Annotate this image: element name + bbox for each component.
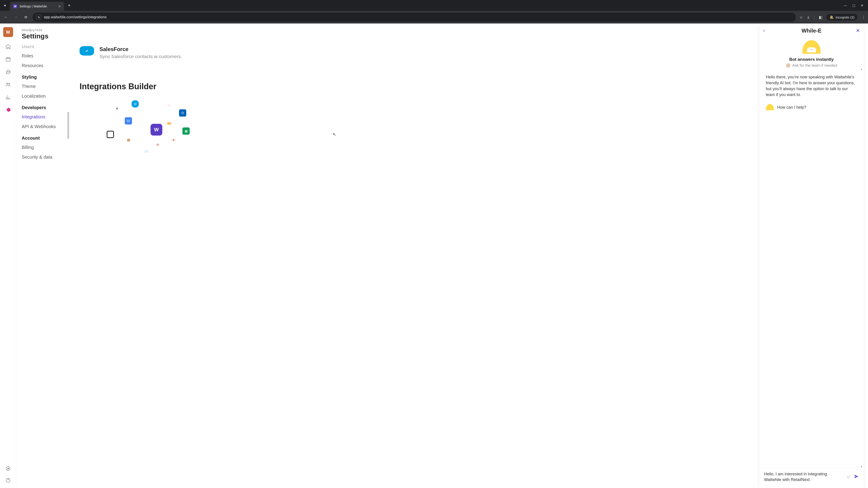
svg-point-3: [9, 72, 9, 72]
slack-icon: #: [114, 105, 121, 112]
waitwhile-favicon: W: [13, 4, 17, 8]
icon-rail: M: [0, 24, 16, 488]
outlook-icon: O: [179, 109, 186, 117]
forward-button[interactable]: →: [13, 14, 19, 20]
sidebar-item-theme[interactable]: Theme: [22, 82, 69, 91]
help-icon[interactable]: [5, 477, 11, 484]
close-window-icon[interactable]: ✕: [861, 4, 864, 7]
google-calendar-icon: 31: [125, 117, 132, 125]
close-tab-icon[interactable]: ✕: [58, 4, 61, 8]
reload-button[interactable]: ⟳: [23, 14, 29, 20]
sidebar-item-billing[interactable]: Billing: [22, 142, 69, 152]
calendar-icon[interactable]: [5, 56, 11, 62]
browser-tab[interactable]: W Settings | Waitwhile ✕: [10, 2, 64, 11]
sidebar-item-localization[interactable]: Localization: [22, 91, 69, 101]
google-sheets-icon: ▦: [182, 127, 190, 135]
incognito-icon: 🕵️: [830, 15, 834, 19]
bot-avatar-large: [802, 40, 820, 54]
divider: |: [814, 15, 815, 19]
gmail-icon: ✉️: [143, 148, 150, 155]
sidebar-item-api-webhooks[interactable]: API & Webhooks: [22, 122, 69, 131]
chat-subtitle-primary: Bot answers instantly: [760, 57, 864, 62]
home-icon[interactable]: [5, 43, 11, 50]
org-name: Moodjoy7434: [22, 28, 69, 32]
incognito-indicator[interactable]: 🕵️ Incognito (2): [827, 14, 858, 21]
chat-subtitle-secondary-text: Ask for the team if needed: [792, 63, 837, 68]
sidebar-item-security[interactable]: Security & data: [22, 152, 69, 162]
mouse-cursor: ↖: [333, 132, 336, 137]
mailchimp-icon: 🐵: [125, 136, 132, 144]
side-panel-icon[interactable]: ◧: [819, 15, 822, 20]
address-bar[interactable]: ⇆ app.waitwhile.com/settings/integration…: [33, 13, 796, 22]
minimize-icon[interactable]: —: [844, 4, 847, 7]
sidebar-heading-styling: Styling: [22, 70, 69, 82]
svg-rect-0: [6, 58, 10, 61]
page-title: Settings: [22, 32, 69, 40]
bookmark-icon[interactable]: ☆: [800, 15, 803, 20]
integration-card-salesforce[interactable]: sf SalesForce Sync Salesforce contacts w…: [80, 46, 859, 59]
site-settings-icon[interactable]: ⇆: [36, 15, 41, 20]
chat-input[interactable]: [764, 471, 843, 483]
square-icon: [107, 131, 114, 138]
users-icon[interactable]: [5, 81, 11, 88]
scroll-down-indicator[interactable]: ▼: [860, 465, 863, 468]
sidebar-heading-developers: Developers: [22, 101, 69, 112]
sidebar-item-roles[interactable]: Roles: [22, 51, 69, 61]
back-button[interactable]: ←: [3, 14, 9, 20]
salesforce-logo-icon: sf: [80, 46, 94, 56]
send-button[interactable]: [854, 474, 859, 480]
bot-message: How can I help?: [777, 104, 806, 110]
sidebar-item-integrations[interactable]: Integrations: [22, 112, 69, 122]
twilio-icon: ⊕: [154, 141, 161, 148]
install-app-icon[interactable]: ⤓: [807, 15, 810, 20]
emoji-picker-icon[interactable]: ☺: [846, 474, 851, 480]
chat-subtitle-secondary: Ask for the team if needed: [760, 63, 864, 68]
url-text: app.waitwhile.com/settings/integrations: [44, 15, 106, 19]
chat-back-button[interactable]: ‹: [763, 28, 765, 34]
team-avatar-icon: [786, 63, 790, 68]
new-tab-button[interactable]: +: [66, 2, 72, 8]
lightning-icon[interactable]: [5, 465, 11, 472]
integration-desc: Sync Salesforce contacts w customers.: [99, 54, 182, 59]
chat-icon[interactable]: [5, 69, 11, 75]
integration-title: SalesForce: [99, 46, 182, 53]
main-content: sf SalesForce Sync Salesforce contacts w…: [70, 24, 868, 488]
maximize-icon[interactable]: ▢: [852, 4, 855, 7]
bot-message: Hello there, you're now speaking with Wa…: [766, 74, 857, 98]
chat-panel: ‹ While-E ✕ Bot answers instantly Ask fo…: [760, 24, 864, 488]
sidebar-item-users-clipped[interactable]: Users: [22, 44, 69, 49]
svg-point-6: [6, 466, 10, 470]
svg-point-1: [7, 72, 8, 72]
tab-search-dropdown[interactable]: ▾: [2, 2, 8, 8]
scroll-up-indicator[interactable]: ▲: [860, 68, 863, 70]
asana-icon: ◦◦◦: [165, 101, 173, 109]
sidebar-heading-account: Account: [22, 131, 69, 142]
salesforce-node-icon: sf: [131, 100, 139, 107]
analytics-icon[interactable]: [5, 94, 11, 100]
chat-title: While-E: [802, 28, 822, 34]
settings-sidebar: Moodjoy7434 Settings Users Roles Resourc…: [16, 24, 70, 488]
tab-title: Settings | Waitwhile: [20, 4, 47, 8]
sidebar-item-resources[interactable]: Resources: [22, 61, 69, 70]
integrations-builder-graphic: W # sf ◦◦◦ O 31 ▮▮ ▦ 🐵 ⊕ ✱ ✉️: [93, 98, 220, 161]
svg-point-4: [6, 83, 8, 84]
incognito-label: Incognito (2): [836, 15, 855, 19]
hubspot-icon: ✱: [170, 136, 177, 144]
svg-point-2: [8, 72, 8, 72]
integrations-builder-heading: Integrations Builder: [80, 82, 859, 91]
google-analytics-icon: ▮▮: [165, 120, 173, 127]
bot-avatar-small: [766, 104, 774, 110]
sidebar-scrollbar[interactable]: [67, 112, 69, 139]
settings-gear-icon[interactable]: [5, 107, 11, 113]
browser-menu-icon[interactable]: ⋮: [862, 15, 865, 20]
svg-point-5: [8, 84, 10, 85]
waitwhile-logo-icon: W: [151, 124, 162, 135]
chat-messages[interactable]: ▲ Hello there, you're now speaking with …: [760, 68, 864, 468]
org-avatar[interactable]: M: [3, 27, 13, 37]
chat-close-button[interactable]: ✕: [856, 28, 860, 34]
